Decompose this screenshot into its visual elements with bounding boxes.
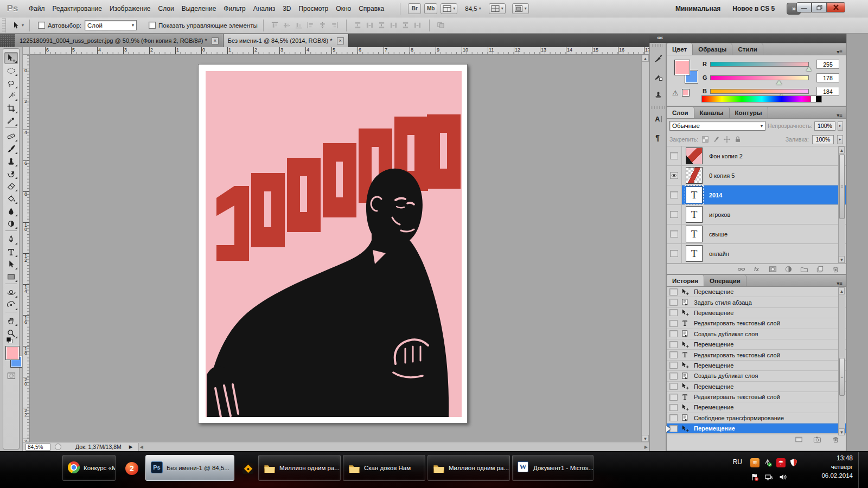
- network-icon[interactable]: [764, 472, 774, 482]
- dodge-tool[interactable]: [4, 217, 18, 229]
- close-button[interactable]: [827, 2, 845, 12]
- history-brush-source-checkbox[interactable]: [669, 288, 678, 296]
- move-tool[interactable]: [4, 52, 18, 64]
- tab-bar-grip[interactable]: [0, 34, 15, 47]
- options-grip[interactable]: [2, 18, 6, 33]
- channel-slider-R[interactable]: [710, 62, 809, 67]
- tab-Каналы[interactable]: Каналы: [694, 107, 730, 118]
- canvas-vertical-scrollbar[interactable]: ▲ ▼: [641, 55, 649, 442]
- marquee-tool[interactable]: [4, 65, 18, 76]
- history-brush-source-checkbox[interactable]: [669, 299, 678, 306]
- tab-close-icon[interactable]: ×: [212, 37, 219, 44]
- layers-scroll-up[interactable]: ▲: [839, 146, 845, 153]
- history-brush-source-checkbox[interactable]: [669, 425, 678, 432]
- menu-Слои[interactable]: Слои: [155, 3, 178, 15]
- opacity-value[interactable]: 100%: [814, 121, 835, 131]
- menu-Окно[interactable]: Окно: [332, 3, 355, 15]
- menu-Выделение[interactable]: Выделение: [178, 3, 220, 15]
- autoselect-checkbox[interactable]: [38, 22, 45, 29]
- eyedropper-tool[interactable]: [4, 114, 18, 126]
- eraser-tool[interactable]: [4, 180, 18, 192]
- type-tool[interactable]: [4, 246, 18, 258]
- poster-artwork[interactable]: [206, 71, 462, 417]
- taskbar-item-7[interactable]: WДокумент1 - Micros...: [512, 455, 593, 481]
- align-button-2[interactable]: [293, 20, 305, 31]
- tab-Стили[interactable]: Стили: [732, 43, 763, 55]
- align-button-8[interactable]: [364, 20, 376, 31]
- layer-row-онлайн[interactable]: Tонлайн: [667, 244, 846, 264]
- layer-visibility-toggle[interactable]: [667, 146, 682, 165]
- history-brush-source-checkbox[interactable]: [669, 320, 678, 327]
- clone-stamp-tool[interactable]: [4, 155, 18, 167]
- layer-visibility-toggle[interactable]: [667, 166, 682, 185]
- scroll-up-arrow[interactable]: ▲: [642, 55, 649, 62]
- blur-tool[interactable]: [4, 205, 18, 217]
- history-step-0[interactable]: Перемещение: [667, 287, 846, 297]
- tools-foreground-swatch[interactable]: [5, 346, 20, 360]
- brush-panel-button[interactable]: [652, 52, 665, 65]
- history-brush-source-checkbox[interactable]: [669, 404, 678, 411]
- tab-menu-icon[interactable]: ▾≡: [833, 112, 846, 118]
- layer-visibility-toggle[interactable]: [667, 244, 682, 263]
- java-tray-icon[interactable]: ≋: [750, 458, 760, 467]
- tab-Образцы[interactable]: Образцы: [693, 43, 732, 55]
- mini-bridge-button[interactable]: Mb: [424, 3, 437, 14]
- tab-menu-icon[interactable]: ▾≡: [833, 49, 846, 55]
- tab-Цвет[interactable]: Цвет: [667, 43, 693, 55]
- path-selection-tool[interactable]: [4, 258, 18, 270]
- align-button-7[interactable]: [352, 20, 364, 31]
- history-step-3[interactable]: Редактировать текстовый слой: [667, 318, 846, 329]
- tab-История[interactable]: История: [667, 275, 704, 286]
- orbit-3d-tool[interactable]: [4, 299, 18, 311]
- layers-scroll-down[interactable]: ▼: [839, 256, 845, 263]
- channel-thumb-G[interactable]: [776, 80, 782, 85]
- character-panel-button[interactable]: A: [652, 112, 665, 125]
- action-center-icon[interactable]: [750, 472, 760, 482]
- scroll-right-arrow[interactable]: ▶: [644, 445, 648, 450]
- history-brush-source-checkbox[interactable]: [669, 362, 678, 369]
- history-brush-source-checkbox[interactable]: [669, 309, 678, 316]
- usb-tray-icon[interactable]: [763, 458, 773, 467]
- layer-style-icon[interactable]: fx: [753, 265, 762, 274]
- tab-Операции[interactable]: Операции: [704, 275, 746, 286]
- align-button-14[interactable]: [435, 20, 447, 31]
- align-button-9[interactable]: [376, 20, 388, 31]
- healing-brush-tool[interactable]: [4, 130, 18, 142]
- history-step-12[interactable]: Свободное трансформирование: [667, 413, 846, 423]
- history-step-7[interactable]: Перемещение: [667, 361, 846, 371]
- align-button-1[interactable]: [281, 20, 293, 31]
- align-button-11[interactable]: [400, 20, 412, 31]
- history-step-9[interactable]: Перемещение: [667, 382, 846, 392]
- layer-row-игроков[interactable]: Tигроков: [667, 205, 846, 224]
- history-step-5[interactable]: Перемещение: [667, 339, 846, 350]
- taskbar-item-4[interactable]: Миллион одним ра...: [258, 455, 341, 481]
- paragraph-panel-button[interactable]: ¶: [652, 131, 665, 144]
- collapse-panels-icon[interactable]: ««: [657, 34, 662, 41]
- history-step-11[interactable]: Перемещение: [667, 402, 846, 413]
- history-step-10[interactable]: Редактировать текстовый слой: [667, 392, 846, 402]
- new-document-from-state-icon[interactable]: [795, 435, 803, 444]
- shield-tray-icon[interactable]: [789, 458, 799, 467]
- history-step-6[interactable]: Редактировать текстовый слой: [667, 350, 846, 360]
- channel-thumb-R[interactable]: [806, 67, 812, 71]
- history-pointer[interactable]: [666, 426, 671, 432]
- minimize-button[interactable]: —: [796, 2, 812, 12]
- document-tab-1[interactable]: Без имени-1 @ 84,5% (2014, RGB/8) *×: [224, 34, 349, 47]
- workspace-new-cs5[interactable]: Новое в CS 5: [732, 5, 775, 12]
- screen-mode-button[interactable]: ▾: [512, 3, 529, 14]
- align-button-5[interactable]: [329, 20, 341, 31]
- language-indicator[interactable]: RU: [733, 458, 742, 466]
- adjustment-layer-icon[interactable]: [784, 265, 793, 274]
- align-button-3[interactable]: [305, 20, 317, 31]
- spectrum-black[interactable]: [816, 96, 821, 102]
- lock-pixels-icon[interactable]: [712, 136, 720, 143]
- menu-Изображение[interactable]: Изображение: [106, 3, 155, 15]
- channel-value-R[interactable]: 255: [816, 60, 839, 69]
- taskbar-icon-opera[interactable]: 2: [123, 458, 141, 479]
- crop-tool[interactable]: [4, 102, 18, 114]
- align-button-0[interactable]: [269, 20, 281, 31]
- history-scroll-thumb[interactable]: ≡: [839, 358, 845, 396]
- foreground-color-swatch[interactable]: [674, 60, 690, 75]
- new-layer-icon[interactable]: [816, 265, 825, 274]
- taskbar-item-0[interactable]: Конкурс «Миллион ...: [62, 455, 116, 481]
